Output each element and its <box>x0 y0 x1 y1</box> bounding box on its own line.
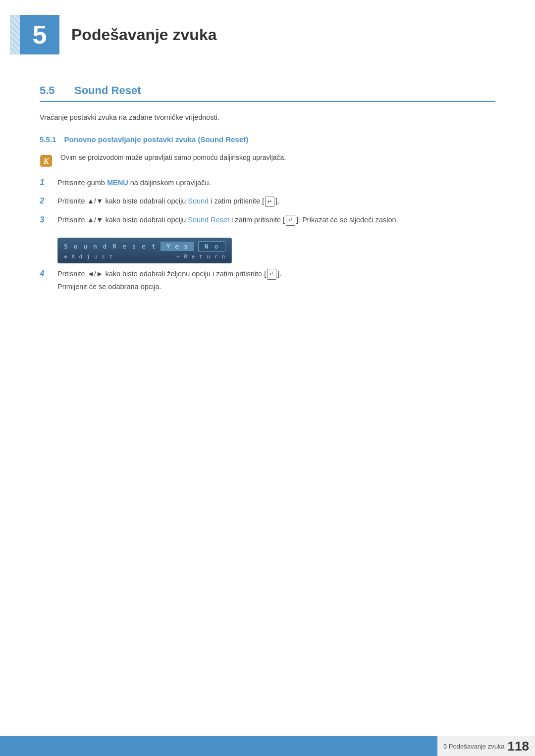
step-2: 2 Pritisnite ▲/▼ kako biste odabrali opc… <box>40 196 495 207</box>
note-box: K Ovim se proizvodom može upravljati sam… <box>40 152 495 168</box>
step-1-text: Pritisnite gumb MENU na daljinskom uprav… <box>57 177 211 189</box>
chapter-title: Podešavanje zvuka <box>71 26 216 44</box>
note-icon: K <box>40 153 54 168</box>
step-2-text: Pritisnite ▲/▼ kako biste odabrali opcij… <box>57 196 279 207</box>
step-4-text: Pritisnite ◄/► kako biste odabrali želje… <box>57 270 281 278</box>
menu-option-yes: Y e s <box>160 242 194 251</box>
steps-list: 1 Pritisnite gumb MENU na daljinskom upr… <box>40 177 495 226</box>
intro-text: Vraćanje postavki zvuka na zadane tvorni… <box>40 112 495 123</box>
footer-chapter: 5 Podešavanje zvuka <box>443 743 505 750</box>
footer-page-number: 118 <box>508 739 529 754</box>
menu-adjust: ❖ A d j u s t <box>64 253 113 260</box>
step-3-highlight-reset: Sound Reset <box>188 216 229 224</box>
subsection-heading: 5.5.1 Ponovno postavljanje postavki zvuk… <box>40 135 495 144</box>
menu-row-1: S o u n d R e s e t Y e s N o <box>64 241 225 252</box>
footer-text: 5 Podešavanje zvuka 118 <box>437 736 535 756</box>
chapter-number: 5 <box>33 20 47 50</box>
step-1-number: 1 <box>40 178 50 188</box>
step-2-number: 2 <box>40 196 50 206</box>
step-4-subtext: Primijenit će se odabrana opcija. <box>57 282 281 293</box>
subsection-title: Ponovno postavljanje postavki zvuka (Sou… <box>64 135 249 144</box>
step-3-number: 3 <box>40 215 50 225</box>
menu-option-no: N o <box>198 241 225 252</box>
step-1-highlight-menu: MENU <box>107 179 128 187</box>
subsection-number: 5.5.1 <box>40 135 56 144</box>
menu-return: ↩ R e t u r n <box>176 253 225 260</box>
step-3: 3 Pritisnite ▲/▼ kako biste odabrali opc… <box>40 214 495 226</box>
step-3-text: Pritisnite ▲/▼ kako biste odabrali opcij… <box>57 214 398 226</box>
step-4-content: Pritisnite ◄/► kako biste odabrali želje… <box>57 268 281 293</box>
step-2-highlight-sound: Sound <box>188 197 209 205</box>
menu-label: S o u n d R e s e t <box>64 243 157 250</box>
menu-row-2: ❖ A d j u s t ↩ R e t u r n <box>64 253 225 260</box>
main-content: 5.5 Sound Reset Vraćanje postavki zvuka … <box>0 64 535 319</box>
steps-list-4: 4 Pritisnite ◄/► kako biste odabrali žel… <box>40 268 495 293</box>
note-text: Ovim se proizvodom može upravljati samo … <box>60 152 286 163</box>
step-4-number: 4 <box>40 269 50 279</box>
enter-icon-3: ↵ <box>286 215 295 226</box>
step-1: 1 Pritisnite gumb MENU na daljinskom upr… <box>40 177 495 189</box>
chapter-number-box: 5 <box>20 15 59 54</box>
section-title: Sound Reset <box>74 84 141 97</box>
page-header: 5 Podešavanje zvuka <box>0 0 535 64</box>
page-footer: 5 Podešavanje zvuka 118 <box>0 736 535 756</box>
enter-icon-2: ↵ <box>265 197 274 207</box>
svg-text:K: K <box>43 157 50 165</box>
section-number: 5.5 <box>40 84 64 97</box>
step-4: 4 Pritisnite ◄/► kako biste odabrali žel… <box>40 268 495 293</box>
enter-icon-4: ↵ <box>267 269 276 280</box>
menu-display: S o u n d R e s e t Y e s N o ❖ A d j u … <box>57 238 232 263</box>
section-heading: 5.5 Sound Reset <box>40 84 495 102</box>
